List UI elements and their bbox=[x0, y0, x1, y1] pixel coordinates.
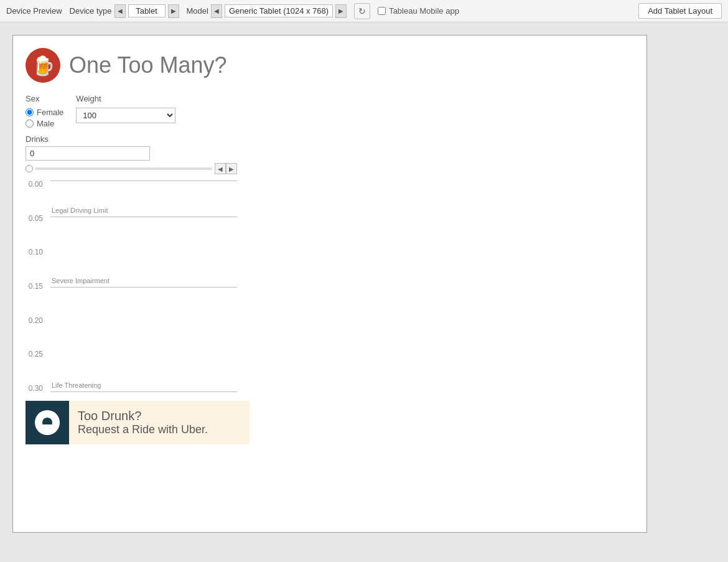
legal-limit-label: Legal Driving Limit bbox=[52, 207, 108, 214]
sex-radio-group: Female Male bbox=[26, 108, 63, 128]
y-label-6: 0.30 bbox=[26, 385, 47, 392]
tableau-mobile-text: Tableau Mobile app bbox=[389, 6, 459, 16]
sex-control-group: Sex Female Male bbox=[26, 94, 63, 128]
device-type-value: Tablet bbox=[128, 4, 166, 17]
app-header: 🍺 One Too Many? bbox=[26, 48, 634, 83]
add-tablet-layout-button[interactable]: Add Tablet Layout bbox=[638, 3, 722, 19]
beer-emoji: 🍺 bbox=[32, 55, 55, 77]
life-threatening-label: Life Threatening bbox=[52, 382, 101, 389]
weight-label: Weight bbox=[76, 94, 175, 103]
severe-impairment-label: Severe Impairment bbox=[52, 277, 110, 284]
slider-row: ◀ ▶ bbox=[26, 163, 237, 174]
preview-frame: 🍺 One Too Many? Sex Female bbox=[12, 35, 647, 533]
y-label-2: 0.10 bbox=[26, 248, 47, 256]
model-value: Generic Tablet (1024 x 768) bbox=[225, 4, 333, 17]
beer-icon: 🍺 bbox=[26, 48, 60, 83]
slider-decrease-btn[interactable]: ◀ bbox=[215, 163, 226, 174]
male-radio-label[interactable]: Male bbox=[26, 119, 63, 128]
app-title: One Too Many? bbox=[69, 52, 227, 78]
toolbar: Device Preview Device type ◀ Tablet ▶ Mo… bbox=[0, 0, 728, 22]
female-label: Female bbox=[37, 108, 63, 117]
uber-icon-box bbox=[26, 401, 69, 444]
y-label-3: 0.15 bbox=[26, 283, 47, 290]
rotate-btn[interactable]: ↻ bbox=[354, 3, 370, 19]
slider-track[interactable] bbox=[35, 167, 212, 170]
drinks-label: Drinks bbox=[26, 134, 250, 144]
y-label-4: 0.20 bbox=[26, 317, 47, 324]
controls-panel: Sex Female Male Weight bbox=[26, 94, 250, 392]
male-radio[interactable] bbox=[26, 119, 34, 128]
uber-text: Too Drunk? Request a Ride with Uber. bbox=[69, 403, 217, 443]
tableau-mobile-checkbox[interactable] bbox=[378, 7, 386, 15]
female-radio[interactable] bbox=[26, 108, 34, 116]
model-next-btn[interactable]: ▶ bbox=[335, 4, 347, 18]
model-control: Model ◀ Generic Tablet (1024 x 768) ▶ bbox=[187, 4, 347, 18]
uber-promo[interactable]: Too Drunk? Request a Ride with Uber. bbox=[26, 401, 250, 444]
severe-impairment-line: Severe Impairment bbox=[50, 287, 237, 288]
y-label-1: 0.05 bbox=[26, 215, 47, 222]
legal-limit-line: Legal Driving Limit bbox=[50, 217, 237, 217]
sex-label: Sex bbox=[26, 94, 63, 103]
y-label-0: 0.00 bbox=[26, 180, 47, 188]
male-label: Male bbox=[37, 119, 54, 128]
slider-nav: ◀ ▶ bbox=[215, 163, 237, 174]
drinks-section: Drinks ◀ ▶ bbox=[26, 134, 250, 174]
chart-area: 0.00 0.05 0.10 0.15 0.20 0.25 0.30 Legal… bbox=[26, 180, 237, 392]
drinks-input[interactable] bbox=[26, 146, 150, 161]
uber-request-ride: Request a Ride with Uber. bbox=[78, 423, 208, 436]
controls-row-top: Sex Female Male Weight bbox=[26, 94, 250, 128]
svg-rect-1 bbox=[42, 423, 52, 424]
female-radio-label[interactable]: Female bbox=[26, 108, 63, 117]
weight-control-group: Weight 100 110 120 130 140 150 160 170 1… bbox=[76, 94, 175, 128]
weight-select[interactable]: 100 110 120 130 140 150 160 170 180 200 bbox=[76, 108, 175, 123]
main-area: 🍺 One Too Many? Sex Female bbox=[0, 22, 728, 562]
life-threatening-line: Life Threatening bbox=[50, 391, 237, 392]
y-label-5: 0.25 bbox=[26, 350, 47, 358]
weight-select-wrapper: 100 110 120 130 140 150 160 170 180 200 bbox=[76, 108, 175, 123]
model-label: Model bbox=[187, 6, 208, 16]
device-type-next-btn[interactable]: ▶ bbox=[168, 4, 179, 18]
device-preview-label: Device Preview bbox=[6, 6, 62, 16]
slider-increase-btn[interactable]: ▶ bbox=[226, 163, 237, 174]
device-type-label: Device type bbox=[70, 6, 112, 16]
device-type-prev-btn[interactable]: ◀ bbox=[114, 4, 126, 18]
model-prev-btn[interactable]: ◀ bbox=[211, 4, 222, 18]
uber-icon bbox=[35, 410, 60, 435]
tableau-mobile-label[interactable]: Tableau Mobile app bbox=[378, 6, 459, 16]
device-type-control: Device type ◀ Tablet ▶ bbox=[70, 4, 179, 18]
slider-thumb[interactable] bbox=[26, 165, 33, 172]
uber-too-drunk: Too Drunk? bbox=[78, 409, 208, 423]
